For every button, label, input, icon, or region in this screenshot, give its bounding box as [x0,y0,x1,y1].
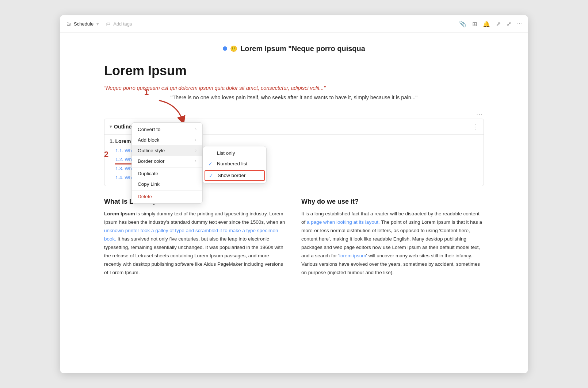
topbar: 🗂 Schedule ▾ 🏷 Add tags 📎 ⊞ 🔔 ⇗ ⤢ ··· [60,15,528,33]
check-numbered: ✓ [208,161,214,167]
submenu-numbered-list[interactable]: ✓ Numbered list [203,158,266,169]
menu-item-delete[interactable]: Delete [132,191,202,202]
annotation-1: 1 [144,88,149,97]
chevron-right-icon: › [195,127,196,132]
page-title-row: 🙂 Lorem Ipsum "Neque porro quisqua [104,45,484,53]
menu-label-copy-link: Copy Link [138,181,160,187]
col-right-heading: Why do we use it? [301,198,484,205]
main-content: 🙂 Lorem Ipsum "Neque porro quisqua Lorem… [60,33,528,373]
col-right-link1[interactable]: a page when looking at its layout. [307,219,380,225]
submenu-label-list-only: List only [217,150,235,156]
menu-label-outline-style: Outline style [138,148,165,153]
menu-label-delete: Delete [138,194,152,199]
menu-item-add-block[interactable]: Add block › [132,135,202,145]
bell-icon[interactable]: 🔔 [483,20,490,27]
menu-label-duplicate: Duplicate [138,171,158,176]
submenu-list-only[interactable]: List only [203,148,266,158]
chevron-right-icon-2: › [195,137,196,142]
page-emoji: 🙂 [230,45,237,52]
topbar-left: 🗂 Schedule ▾ 🏷 Add tags [66,21,132,27]
context-menu: Convert to › Add block › Outline style ›… [131,122,203,204]
two-col-section: What is Lorem Ipsum? Lorem Ipsum is simp… [104,198,484,277]
menu-label-add-block: Add block [138,137,159,143]
breadcrumb-sep: ▾ [96,21,99,27]
doc-heading: Lorem Ipsum [104,63,484,78]
col-right-link2[interactable]: lorem ipsum [339,253,366,258]
more-icon[interactable]: ··· [517,20,522,27]
outline-more-icon[interactable]: ⋮ [472,123,478,131]
submenu-label-show-border: Show border [218,173,246,178]
menu-item-outline-style[interactable]: Outline style › [132,145,202,156]
check-show-border: ✓ [209,173,215,178]
menu-item-border-color[interactable]: Border color › [132,156,202,166]
menu-item-duplicate[interactable]: Duplicate [132,168,202,179]
quote1: "Neque porro quisquam est qui dolorem ip… [104,85,484,91]
add-tags-icon: 🏷 [106,21,110,27]
folder-icon: 🗂 [66,21,71,27]
topbar-right: 📎 ⊞ 🔔 ⇗ ⤢ ··· [459,20,522,27]
menu-item-copy-link[interactable]: Copy Link [132,179,202,189]
menu-label-convert: Convert to [138,127,160,132]
chevron-right-icon-3: › [195,148,196,153]
app-window: 🗂 Schedule ▾ 🏷 Add tags 📎 ⊞ 🔔 ⇗ ⤢ ··· 🙂 … [60,15,528,373]
quote2: "There is no one who loves pain itself, … [104,95,484,100]
col-right-body: It is a long established fact that a rea… [301,210,484,277]
outline-submenu: List only ✓ Numbered list ✓ Show border [203,146,267,184]
col-left-body: Lorem Ipsum is simply dummy text of the … [104,210,287,277]
page-title: Lorem Ipsum "Neque porro quisqua [240,45,365,53]
submenu-label-numbered: Numbered list [217,161,247,166]
attach-icon[interactable]: 📎 [459,20,466,27]
block-options-trigger[interactable]: ··· [476,111,483,117]
submenu-show-border[interactable]: ✓ Show border [205,170,265,181]
col-left: What is Lorem Ipsum? Lorem Ipsum is simp… [104,198,287,277]
col-right: Why do we use it? It is a long establish… [301,198,484,277]
schedule-label[interactable]: Schedule [74,21,93,27]
expand-icon[interactable]: ⤢ [507,20,511,27]
menu-label-border-color: Border color [138,158,165,164]
outline-title: Outline [114,124,131,130]
outline-chevron[interactable]: ▾ [110,124,112,129]
share-icon[interactable]: ⇗ [496,20,501,27]
menu-item-convert-to[interactable]: Convert to › [132,124,202,135]
status-dot [223,46,227,51]
annotation-2: 2 [104,150,108,159]
col-left-link1[interactable]: unknown printer took a galley of type an… [104,228,278,242]
chevron-right-icon-4: › [195,158,196,164]
menu-divider-1 [132,167,202,168]
menu-divider-2 [132,190,202,191]
add-tags-label[interactable]: Add tags [113,21,132,27]
outline-header-left: ▾ Outline [110,124,131,130]
grid-icon[interactable]: ⊞ [472,20,477,27]
